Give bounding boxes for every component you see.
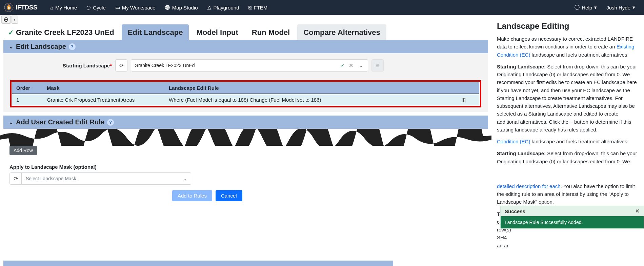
add-rule-header[interactable]: ⌄ Add User Created Edit Rule ? [3, 116, 488, 129]
toast-body: Landscape Rule Successfully Added. [501, 216, 644, 228]
description-link[interactable]: detailed description for each [497, 183, 561, 189]
home-icon: ⌂ [50, 5, 53, 11]
close-icon[interactable]: ✕ [635, 208, 640, 214]
col-rule: Landscape Edit Rule [165, 82, 449, 94]
globe-toggle[interactable]: 🌐︎ [1, 16, 11, 24]
chevron-right-icon: › [14, 17, 16, 22]
tab-run-model[interactable]: Run Model [246, 24, 296, 40]
cell-mask: Granite Crk Proposed Treatment Areas [43, 94, 165, 105]
col-mask: Mask [43, 82, 165, 94]
arrow-icon: ⎘ [248, 5, 251, 11]
top-navbar: IFTDSS ⌂My Home ◌Cycle ▭My Workspace 🌐︎M… [0, 0, 644, 15]
col-order: Order [12, 82, 43, 94]
fire-icon: △ [207, 4, 212, 11]
brand[interactable]: IFTDSS [4, 3, 37, 12]
edit-landscape-panel: Starting Landscape* ⟳ Granite Creek LF20… [3, 53, 488, 112]
help-icon: ⓘ [575, 4, 580, 11]
rules-highlight: Order Mask Landscape Edit Rule 1 Granite… [10, 80, 481, 107]
chevron-down-icon: ⌄ [183, 176, 187, 181]
cell-rule: Where (Fuel Model is equal to 188) Chang… [165, 94, 449, 105]
nav-help[interactable]: ⓘHelp▾ [575, 4, 597, 11]
delete-row-button[interactable]: 🗑 [449, 94, 479, 105]
help-icon[interactable]: ? [107, 119, 114, 126]
nav-ftem[interactable]: ⎘FTEM [248, 5, 267, 11]
add-row-button[interactable]: Add Row [9, 146, 37, 155]
nav-playground[interactable]: △Playground [207, 4, 239, 11]
landscape-title: ✓Granite Creek LF2023 UnEd [8, 24, 120, 40]
list-icon: ≡ [376, 62, 379, 68]
tab-edit-landscape[interactable]: Edit Landscape [122, 24, 189, 40]
tab-compare-alternatives[interactable]: Compare Alternatives [297, 24, 386, 40]
nav-user[interactable]: Josh Hyde▾ [606, 4, 635, 11]
success-toast: Success ✕ Landscape Rule Successfully Ad… [500, 206, 644, 229]
folder-icon: ▭ [115, 4, 120, 11]
cell-order: 1 [12, 94, 43, 105]
help-title: Landscape Editing [497, 20, 639, 32]
refresh-icon: ⟳ [14, 176, 18, 182]
mask-refresh-button[interactable]: ⟳ [9, 172, 22, 185]
globe-icon: 🌐︎ [165, 5, 170, 11]
lower-panel: Add Row Apply to Landscape Mask (optiona… [0, 146, 491, 203]
globe-icon: 🌐︎ [4, 17, 8, 22]
nav-cycle[interactable]: ◌Cycle [86, 4, 106, 11]
add-to-rules-button[interactable]: Add to Rules [172, 190, 212, 201]
trash-icon: 🗑 [462, 97, 467, 103]
footer-bar [3, 261, 393, 266]
tab-model-input[interactable]: Model Input [190, 24, 244, 40]
chevron-down-icon: ⌄ [9, 119, 13, 125]
check-icon: ✓ [341, 63, 345, 68]
expand-button[interactable]: › [12, 16, 18, 24]
col-actions [449, 82, 479, 94]
ec-link-2[interactable]: Condition (EC) [497, 139, 530, 144]
edit-landscape-header[interactable]: ⌄ Edit Landscape ? [3, 40, 488, 53]
nav-my-home[interactable]: ⌂My Home [50, 5, 77, 11]
caret-down-icon: ▾ [594, 4, 597, 11]
table-row: 1 Granite Crk Proposed Treatment Areas W… [12, 94, 479, 105]
caret-down-icon: ▾ [632, 4, 635, 11]
starting-landscape-select[interactable]: Granite Creek LF2023 UnEd ✓ ✕ ⌄ [131, 59, 368, 71]
refresh-button[interactable]: ⟳ [115, 59, 127, 71]
flame-logo-icon [4, 3, 14, 12]
torn-edge [0, 129, 491, 146]
mask-select[interactable]: Select Landscape Mask ⌄ [22, 172, 191, 185]
cycle-icon: ◌ [86, 4, 91, 11]
rules-table: Order Mask Landscape Edit Rule 1 Granite… [12, 82, 479, 105]
rules-list-button[interactable]: ≡ [371, 59, 384, 71]
subnav: 🌐︎ › [0, 15, 491, 24]
chevron-down-icon[interactable]: ⌄ [357, 62, 364, 69]
help-icon[interactable]: ? [69, 43, 76, 50]
brand-text: IFTDSS [16, 4, 37, 11]
toast-title: Success [505, 208, 525, 214]
check-icon: ✓ [8, 28, 14, 37]
tab-bar: ✓Granite Creek LF2023 UnEd Edit Landscap… [0, 24, 491, 40]
chevron-down-icon: ⌄ [9, 43, 13, 50]
clear-icon[interactable]: ✕ [347, 62, 355, 69]
nav-map-studio[interactable]: 🌐︎Map Studio [165, 5, 198, 11]
mask-label: Apply to Landscape Mask (optional) [9, 164, 482, 170]
cancel-button[interactable]: Cancel [216, 190, 242, 201]
nav-workspace[interactable]: ▭My Workspace [115, 4, 156, 11]
starting-landscape-label: Starting Landscape* [10, 63, 112, 68]
refresh-icon: ⟳ [119, 62, 124, 69]
